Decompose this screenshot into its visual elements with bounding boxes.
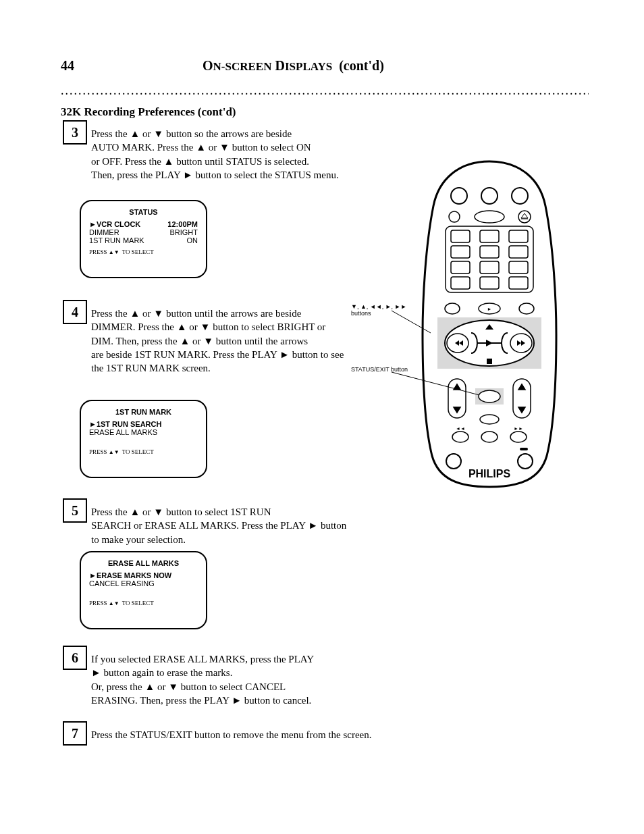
osd-card-1st-run-mark: 1ST RUN MARK ►1ST RUN SEARCH ERASE ALL M… (80, 400, 207, 478)
play-icon: ► (183, 168, 193, 182)
osd-card-status: STATUS ►VCR CLOCK12:00PM DIMMERBRIGHT 1S… (80, 200, 207, 278)
page-title: ON-SCREEN DISPLAYS (cont'd) (203, 58, 384, 74)
divider: ........................................… (61, 84, 589, 98)
step-number-5: 5 (63, 498, 87, 523)
section-subtitle: 32K Recording Preferences (cont'd) (61, 105, 236, 119)
step-3: 3 Press the ▲ or ▼ button so the arrows … (91, 127, 408, 182)
up-triangle-icon: ▲ (130, 127, 140, 140)
step-6: 6 If you selected ERASE ALL MARKS, press… (91, 652, 408, 707)
page-number: 44 (61, 58, 74, 73)
updown-triangle-icon: ▲▼ (109, 249, 119, 255)
step-number-6: 6 (63, 646, 87, 670)
step-4: 4 Press the ▲ or ▼ button until the arro… (91, 307, 408, 375)
play-icon: ► (91, 666, 101, 679)
step-number-4: 4 (63, 300, 87, 324)
step-number-3: 3 (63, 120, 87, 145)
down-triangle-icon: ▼ (153, 127, 163, 140)
step-7: 7 Press the STATUS/EXIT button to remove… (91, 728, 408, 741)
callout-status-exit: STATUS/EXIT button (351, 366, 425, 373)
svg-line-54 (392, 372, 479, 395)
osd-card-erase-all-marks: ERASE ALL MARKS ►ERASE MARKS NOW CANCEL … (80, 551, 207, 629)
step-number-7: 7 (63, 721, 87, 746)
play-icon: ► (279, 348, 290, 361)
step-5: 5 Press the ▲ or ▼ button to select 1ST … (91, 505, 408, 546)
play-icon: ► (308, 519, 318, 532)
callout-nav-buttons: ▼, ▲, ◄◄, ►, ►► buttons (351, 303, 425, 317)
remote-illustration: ► (419, 159, 587, 500)
